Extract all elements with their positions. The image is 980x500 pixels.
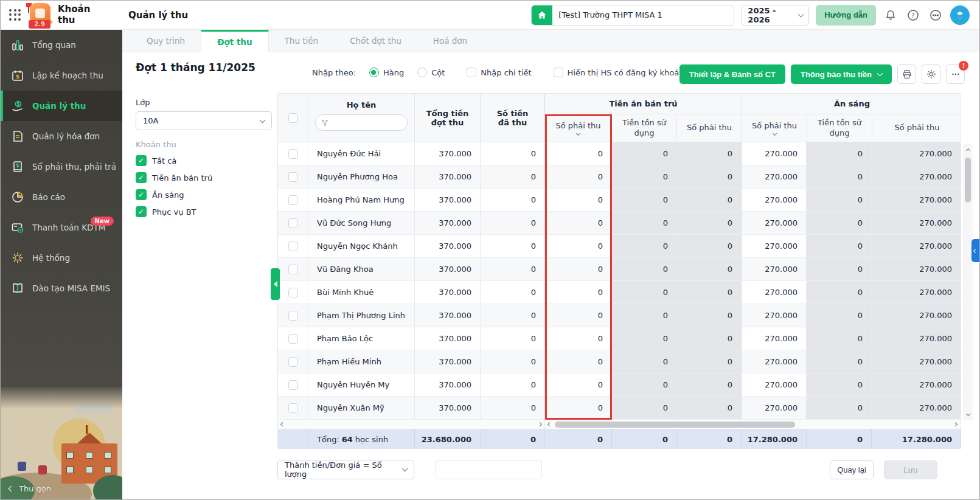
sidebar-item-so-phai-thu-phai-tra[interactable]: $Sổ phải thu, phải trả — [1, 151, 122, 182]
fee-checkbox-item[interactable]: ✓Phục vụ BT — [136, 206, 272, 217]
sidebar-item-dao-tao-misa-emis[interactable]: Đào tạo MISA EMIS — [1, 273, 122, 304]
name-filter-input[interactable] — [315, 114, 408, 131]
fee-cell[interactable]: 270.000 — [742, 304, 807, 327]
fee-checkbox-item[interactable]: ✓Tất cả — [136, 155, 272, 166]
scroll-down-icon[interactable] — [967, 409, 970, 420]
scroll-right-icon[interactable] — [953, 422, 957, 426]
fee-cell[interactable]: 0 — [545, 165, 612, 188]
subcol-so-phai-thu[interactable]: Số phải thu — [545, 114, 612, 142]
row-checkbox[interactable] — [288, 288, 298, 297]
scroll-up-icon[interactable] — [967, 144, 970, 155]
fee-cell[interactable]: 270.000 — [742, 373, 807, 396]
fee-cell[interactable]: 270.000 — [742, 281, 807, 304]
sidebar-item-tong-quan[interactable]: Tổng quan — [1, 30, 122, 60]
fee-cell[interactable]: 0 — [545, 258, 612, 280]
row-checkbox[interactable] — [288, 218, 298, 228]
fee-cell: 0 — [807, 304, 872, 327]
app-title: Khoản thu — [58, 4, 98, 26]
scrollbar-thumb[interactable] — [965, 158, 971, 203]
sidebar-item-thanh-toan-kdtm[interactable]: Thanh toán KDTMNew — [1, 212, 122, 243]
sidebar-item-quan-ly-thu[interactable]: $Quản lý thu — [1, 91, 122, 121]
fee-cell[interactable]: 270.000 — [742, 350, 807, 373]
sidebar-item-he-thong[interactable]: Hệ thống — [1, 243, 122, 273]
fee-cell[interactable]: 0 — [545, 373, 612, 396]
fee-cell[interactable]: 0 — [545, 281, 612, 304]
quick-fill-input[interactable] — [436, 460, 542, 479]
table-vertical-scrollbar[interactable] — [963, 144, 973, 420]
fee-checkbox-item[interactable]: ✓Ăn sáng — [136, 189, 272, 200]
checkbox-detail-entry[interactable]: Nhập chi tiết — [467, 68, 531, 77]
app-grid-icon[interactable] — [9, 9, 21, 21]
collapse-filter-handle[interactable] — [271, 268, 280, 300]
row-checkbox[interactable] — [288, 380, 298, 390]
select-all-checkbox[interactable] — [288, 113, 298, 123]
tab-4[interactable]: Hoá đơn — [417, 30, 483, 52]
fee-cell[interactable]: 0 — [545, 350, 612, 373]
sidebar-collapse-button[interactable]: Thu gọn — [9, 484, 51, 493]
row-checkbox[interactable] — [288, 172, 298, 182]
user-avatar[interactable] — [950, 5, 970, 25]
scrollbar-thumb[interactable] — [555, 422, 795, 428]
tab-0[interactable]: Quy trình — [131, 30, 201, 52]
save-button[interactable]: Lưu — [884, 460, 937, 479]
fee-cell[interactable]: 0 — [545, 235, 612, 257]
tab-2[interactable]: Thu tiền — [269, 30, 335, 52]
row-checkbox[interactable] — [288, 311, 298, 321]
fee-cell[interactable]: 0 — [545, 397, 612, 419]
class-select[interactable]: 10A — [136, 111, 272, 130]
print-button[interactable] — [897, 64, 916, 84]
more-options-icon[interactable] — [928, 7, 944, 23]
fee-cell[interactable]: 270.000 — [742, 235, 807, 257]
pinned-scrollbar[interactable] — [278, 420, 545, 429]
app-logo[interactable]: ★ 2.9 — [26, 2, 53, 29]
fee-cell: 270.000 — [872, 165, 961, 188]
tab-1[interactable]: Đợt thu — [201, 30, 268, 52]
fee-cell[interactable]: 0 — [545, 142, 612, 165]
school-selector[interactable]: [Test] Trường THPT MISA 1 — [531, 5, 734, 26]
sidebar-item-quan-ly-hoa-don[interactable]: Quản lý hóa đơn — [1, 121, 122, 151]
more-actions-button[interactable]: ! — [946, 64, 965, 84]
fee-cell[interactable]: 270.000 — [742, 212, 807, 234]
notifications-bell-icon[interactable] — [883, 7, 898, 23]
setup-number-button[interactable]: Thiết lập & Đánh số CT — [679, 64, 785, 84]
scroll-left-icon[interactable] — [547, 422, 552, 426]
row-checkbox[interactable] — [288, 403, 298, 413]
fee-checkbox-item[interactable]: ✓Tiền ăn bán trú — [136, 172, 272, 183]
scroll-right-icon[interactable] — [538, 422, 542, 426]
fee-cell[interactable]: 270.000 — [742, 189, 807, 211]
fee-cell[interactable]: 270.000 — [742, 327, 807, 350]
row-checkbox[interactable] — [288, 149, 298, 159]
row-checkbox[interactable] — [288, 195, 298, 205]
notify-payment-button[interactable]: Thông báo thu tiền — [791, 64, 892, 84]
student-name-cell: Nguyễn Ngọc Khánh — [308, 235, 415, 257]
fee-cell[interactable]: 270.000 — [742, 142, 807, 165]
row-select-cell — [278, 327, 308, 350]
row-checkbox[interactable] — [288, 265, 298, 274]
scroll-left-icon[interactable] — [280, 422, 285, 426]
radio-columns[interactable]: Cột — [417, 68, 445, 77]
radio-rows[interactable]: Hàng — [369, 68, 404, 77]
row-checkbox[interactable] — [288, 241, 298, 251]
subcol-so-phai-thu[interactable]: Số phải thu — [742, 114, 807, 142]
formula-select[interactable]: Thành tiền/Đơn giá = Số lượng — [277, 460, 414, 479]
help-icon[interactable]: ? — [905, 7, 921, 23]
fee-cell[interactable]: 270.000 — [742, 258, 807, 280]
school-year-select[interactable]: 2025 - 2026 — [741, 5, 809, 26]
fee-cell[interactable]: 0 — [545, 212, 612, 234]
table-scrollbar[interactable] — [545, 420, 960, 429]
back-button[interactable]: Quay lại — [830, 460, 874, 479]
fee-cell[interactable]: 0 — [545, 189, 612, 211]
fee-cell[interactable]: 0 — [545, 304, 612, 327]
expand-panel-tab[interactable] — [971, 239, 979, 262]
row-checkbox[interactable] — [288, 357, 298, 367]
tab-3[interactable]: Chốt đợt thu — [334, 30, 417, 52]
fee-cell[interactable]: 0 — [545, 327, 612, 350]
fee-cell[interactable]: 270.000 — [742, 397, 807, 419]
sidebar-item-bao-cao[interactable]: Báo cáo — [1, 182, 122, 212]
fee-cell[interactable]: 270.000 — [742, 165, 807, 188]
checkbox-show-registered[interactable]: Hiển thị HS có đăng ký khoản thu — [554, 68, 700, 77]
settings-button[interactable] — [922, 64, 940, 84]
row-checkbox[interactable] — [288, 334, 298, 344]
guide-button[interactable]: Hướng dẫn — [816, 5, 876, 26]
sidebar-item-lap-ke-hoach-thu[interactable]: $Lập kế hoạch thu — [1, 60, 122, 91]
